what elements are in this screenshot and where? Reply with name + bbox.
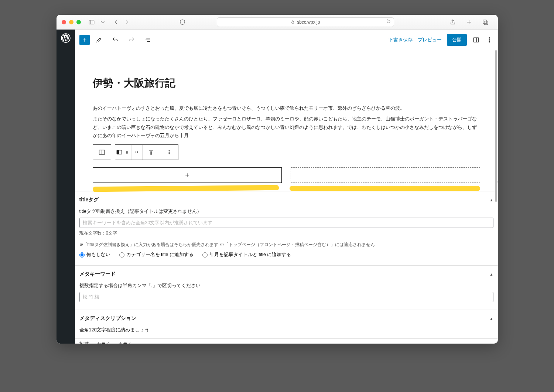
title-tag-radio-group: 何もしない カテゴリー名を title に追加する 年月を記事タイトルと tit…: [79, 252, 493, 258]
undo-icon[interactable]: [111, 36, 119, 44]
panel-header-label: メタディスクリプション: [79, 315, 136, 322]
paragraph-1[interactable]: あのイーハトーヴォのすきとおった風、夏でも底に冷たさをもつ青いそら、うつくしい森…: [93, 104, 480, 113]
address-bar[interactable]: sbcc.wpx.jp: [217, 17, 394, 27]
svg-point-27: [127, 153, 128, 153]
breadcrumb-sep: ›: [92, 342, 93, 344]
svg-point-30: [169, 150, 170, 151]
more-options-icon[interactable]: [160, 145, 178, 160]
svg-point-26: [126, 153, 127, 153]
preview-link[interactable]: プレビュー: [418, 37, 442, 43]
panel-title-tag: titleタグ ▲ titleタグ強制書き換え（記事タイトルは変更されません） …: [75, 191, 498, 265]
breadcrumb-column[interactable]: カラム: [118, 341, 133, 344]
paragraph-2[interactable]: またそのなかでいっしょになったたくさんのひとたち、ファゼーロとロザーロ、羊飼のミ…: [93, 115, 480, 140]
list-view-icon[interactable]: [144, 36, 152, 44]
svg-point-15: [489, 37, 489, 38]
back-button[interactable]: [112, 18, 120, 26]
panel-header-label: titleタグ: [79, 197, 99, 203]
minimize-window-button[interactable]: [69, 20, 73, 24]
save-draft-link[interactable]: 下書き保存: [389, 37, 413, 43]
block-breadcrumb: 投稿 › カラム › カラム: [75, 338, 498, 344]
description-sublabel: 全角120文字程度に納めましょう: [79, 327, 493, 333]
settings-sidebar-toggle[interactable]: [472, 36, 480, 44]
columns-block-icon[interactable]: [93, 145, 111, 160]
svg-rect-6: [484, 21, 488, 25]
highlight-right: [290, 186, 480, 191]
wp-editor: 下書き保存 プレビュー 公開 伊勢・大阪旅行記 あのイーハトーヴォのすきとおった…: [57, 30, 498, 344]
svg-rect-13: [473, 38, 479, 42]
panel-header-label: メタキーワード: [79, 271, 116, 277]
svg-point-25: [127, 152, 128, 152]
panel-header-keywords[interactable]: メタキーワード ▲: [79, 271, 493, 277]
block-toolbar: [93, 144, 480, 160]
edit-icon[interactable]: [95, 36, 103, 44]
new-tab-icon[interactable]: [465, 18, 473, 26]
panel-header-description[interactable]: メタディスクリプション ▲: [79, 315, 493, 322]
editor-toolbar: 下書き保存 プレビュー 公開: [75, 30, 498, 50]
panel-description: メタディスクリプション ▲ 全角120文字程度に納めましょう: [75, 310, 498, 338]
column-add-button[interactable]: [93, 167, 282, 183]
block-inserter-button[interactable]: [79, 35, 90, 45]
wordpress-icon: [61, 33, 71, 43]
move-left-right-icon[interactable]: [131, 145, 143, 160]
caret-up-icon: ▲: [490, 272, 493, 276]
svg-rect-2: [292, 22, 294, 23]
drag-handle-icon[interactable]: [123, 145, 131, 160]
breadcrumb-sep: ›: [114, 342, 115, 344]
caret-up-icon: ▲: [490, 317, 493, 321]
columns-block[interactable]: [93, 167, 480, 183]
keywords-sublabel: 複数指定する場合は半角カンマ「,」で区切ってください: [79, 283, 493, 289]
panel-header-title-tag[interactable]: titleタグ ▲: [79, 197, 493, 203]
radio-none[interactable]: 何もしない: [79, 252, 110, 258]
title-tag-note: ※「titleタグ強制書き換え」に入力がある場合はそちらが優先されます ※「トッ…: [79, 242, 493, 248]
post-title[interactable]: 伊勢・大阪旅行記: [93, 76, 480, 90]
svg-rect-29: [151, 151, 152, 155]
svg-point-22: [126, 151, 127, 151]
forward-button[interactable]: [123, 18, 131, 26]
traffic-lights: [62, 20, 81, 24]
svg-point-32: [169, 153, 170, 154]
browser-window: ↔ sbcc.wpx.jp: [57, 15, 498, 344]
plus-icon: [184, 172, 190, 178]
lock-icon: [291, 20, 295, 24]
svg-rect-5: [483, 20, 487, 24]
publish-button[interactable]: 公開: [447, 34, 467, 46]
column-select-icon[interactable]: [115, 145, 123, 160]
svg-point-23: [127, 151, 128, 151]
keywords-input[interactable]: [79, 292, 493, 302]
highlight-annotation: [93, 186, 480, 191]
options-menu-icon[interactable]: [485, 36, 493, 44]
scrollbar[interactable]: [495, 50, 497, 202]
title-tag-count: 現在文字数：0文字: [79, 230, 493, 236]
close-window-button[interactable]: [62, 20, 66, 24]
breadcrumb-columns[interactable]: カラム: [96, 341, 111, 344]
radio-category[interactable]: カテゴリー名を title に追加する: [119, 252, 194, 258]
radio-date[interactable]: 年月を記事タイトルと title に追加する: [202, 252, 291, 258]
shield-icon[interactable]: [178, 18, 187, 26]
svg-point-17: [489, 41, 489, 42]
tabs-overview-icon[interactable]: [481, 18, 489, 26]
url-text: sbcc.wpx.jp: [297, 20, 320, 25]
svg-rect-21: [117, 150, 119, 154]
title-tag-sublabel: titleタグ強制書き換え（記事タイトルは変更されません）: [79, 208, 493, 215]
align-icon[interactable]: [143, 145, 160, 160]
caret-up-icon: ▲: [490, 198, 493, 202]
title-bar: sbcc.wpx.jp: [57, 15, 498, 30]
svg-point-31: [169, 152, 170, 153]
title-tag-input[interactable]: [79, 218, 493, 228]
redo-icon[interactable]: [127, 36, 136, 44]
chevron-down-icon[interactable]: [99, 18, 107, 26]
panel-keywords: メタキーワード ▲ 複数指定する場合は半角カンマ「,」で区切ってください: [75, 265, 498, 310]
reload-icon[interactable]: [386, 19, 391, 25]
breadcrumb-post[interactable]: 投稿: [79, 341, 89, 344]
editor-canvas[interactable]: 伊勢・大阪旅行記 あのイーハトーヴォのすきとおった風、夏でも底に冷たさをもつ青い…: [75, 50, 498, 344]
share-icon[interactable]: [449, 18, 457, 26]
sidebar-toggle-icon[interactable]: [88, 18, 96, 26]
svg-point-24: [126, 152, 127, 152]
column-placeholder[interactable]: [291, 167, 480, 183]
svg-point-16: [489, 39, 489, 40]
wp-logo-bar[interactable]: [57, 30, 75, 344]
zoom-window-button[interactable]: [76, 20, 81, 24]
svg-rect-0: [89, 20, 94, 24]
